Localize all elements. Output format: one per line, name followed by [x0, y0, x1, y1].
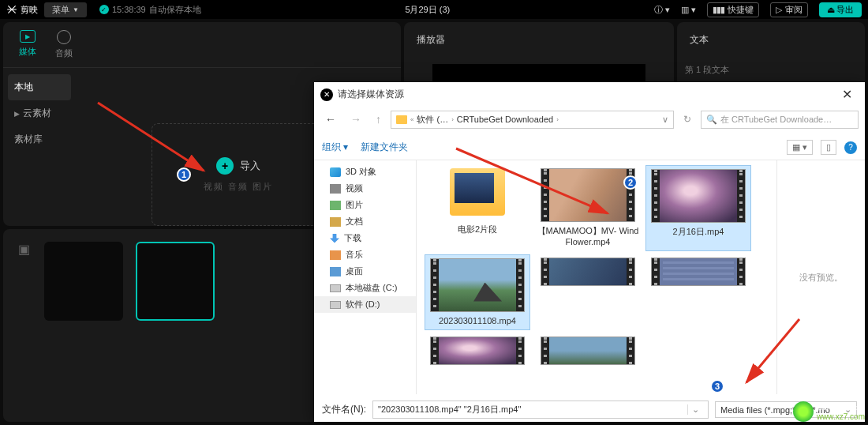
new-folder-button[interactable]: 新建文件夹 [361, 141, 408, 154]
search-input[interactable]: 🔍 在 CRTubeGet Downloade… [701, 111, 859, 129]
chevron-down-icon[interactable]: ⌄ [687, 404, 703, 415]
dialog-sidebar: 3D 对象 视频 图片 文档 下载 音乐 桌面 本地磁盘 (C:) 软件 (D:… [314, 160, 417, 394]
text-segment-label: 第 1 段文本 [685, 64, 857, 76]
folder-icon [396, 115, 407, 124]
tab-audio[interactable]: 音频 [55, 30, 73, 59]
file-mamamoo[interactable]: 【MAMAMOO】MV- Wind Flower.mp4 [535, 165, 641, 251]
fs-pic[interactable]: 图片 [314, 197, 416, 213]
shortcuts-button[interactable]: ▮▮▮ 快捷键 [707, 2, 759, 17]
file-partial-4[interactable] [535, 333, 641, 368]
path-bar[interactable]: « 软件 (… › CRTubeGet Downloaded › ∨ [391, 111, 674, 129]
view-mode-button[interactable]: ▦ ▾ [787, 140, 813, 155]
player-title: 播放器 [412, 30, 666, 55]
sidebar-item-library[interactable]: 素材库 [3, 126, 76, 152]
watermark-logo-icon [793, 401, 814, 422]
file-folder-movie2[interactable]: 电影2片段 [425, 165, 530, 251]
file-grid: 电影2片段 【MAMAMOO】MV- Wind Flower.mp4 2月16日… [417, 160, 776, 394]
file-partial-3[interactable] [425, 333, 530, 368]
topbar: 剪映 菜单 ▼ ✓ 15:38:39 自动保存本地 5月29日 (3) ⓘ ▾ … [0, 0, 868, 19]
app-logo: 剪映 [6, 4, 38, 16]
fs-video[interactable]: 视频 [314, 180, 416, 197]
collapse-icon[interactable]: ▣ [16, 242, 32, 257]
import-dropzone[interactable]: + 导入 视频 音频 图片 [152, 123, 325, 226]
menu-dropdown[interactable]: 菜单 ▼ [44, 2, 87, 17]
import-label: 导入 [240, 159, 260, 173]
fs-music[interactable]: 音乐 [314, 246, 416, 263]
plus-icon: + [216, 157, 234, 175]
help-icon[interactable]: ⓘ ▾ [654, 4, 670, 16]
folder-icon [450, 168, 505, 216]
nav-up-icon[interactable]: ↑ [371, 110, 386, 129]
export-button[interactable]: ⏏导出 [819, 2, 862, 17]
sidebar-item-cloud[interactable]: ▶云素材 [3, 100, 76, 126]
filename-input[interactable]: "202303011108.mp4" "2月16日.mp4" ⌄ [372, 401, 709, 419]
preview-pane: 没有预览。 [776, 160, 865, 394]
filename-label: 文件名(N): [322, 403, 366, 416]
project-title: 5月29日 (3) [201, 4, 654, 16]
audio-icon [57, 30, 71, 44]
autosave-status: ✓ 15:38:39 自动保存本地 [99, 4, 201, 16]
media-icon [20, 30, 36, 43]
nav-back-icon[interactable]: ← [320, 110, 341, 129]
fs-3d[interactable]: 3D 对象 [314, 164, 416, 180]
text-panel-title: 文本 [685, 30, 857, 55]
close-icon[interactable]: ✕ [836, 87, 859, 102]
organize-menu[interactable]: 组织 ▾ [322, 141, 348, 154]
fs-disk-c[interactable]: 本地磁盘 (C:) [314, 280, 416, 296]
refresh-icon[interactable]: ↻ [679, 114, 696, 125]
dialog-title: 请选择媒体资源 [338, 88, 404, 101]
import-hint: 视频 音频 图片 [204, 181, 273, 193]
timeline-thumb-selected[interactable] [136, 242, 215, 321]
nav-fwd-icon[interactable]: → [346, 110, 366, 129]
sidebar-item-local[interactable]: 本地 [8, 74, 71, 100]
file-partial-2[interactable] [645, 254, 751, 330]
media-sidebar: 本地 ▶云素材 素材库 [3, 68, 76, 226]
fs-download[interactable]: 下载 [314, 230, 416, 246]
dialog-logo-icon: ✕ [320, 88, 333, 101]
fs-disk-d[interactable]: 软件 (D:) [314, 296, 416, 313]
file-open-dialog: ✕ 请选择媒体资源 ✕ ← → ↑ « 软件 (… › CRTubeGet Do… [314, 82, 865, 422]
preview-toggle[interactable]: ▯ [821, 140, 836, 155]
review-button[interactable]: ▷审阅 [770, 2, 808, 17]
file-20230301[interactable]: 202303011108.mp4 [425, 254, 530, 330]
layout-icon[interactable]: ▥ ▾ [681, 5, 696, 15]
timeline-thumb[interactable] [44, 242, 123, 321]
file-partial-1[interactable] [535, 254, 641, 330]
tab-media[interactable]: 媒体 [19, 30, 36, 59]
fs-doc[interactable]: 文档 [314, 213, 416, 230]
file-feb16[interactable]: 2月16日.mp4 [645, 165, 751, 251]
help-icon[interactable]: ? [844, 141, 857, 154]
watermark: 极光下载站 www.xz7.com [793, 401, 865, 422]
fs-desktop[interactable]: 桌面 [314, 263, 416, 280]
